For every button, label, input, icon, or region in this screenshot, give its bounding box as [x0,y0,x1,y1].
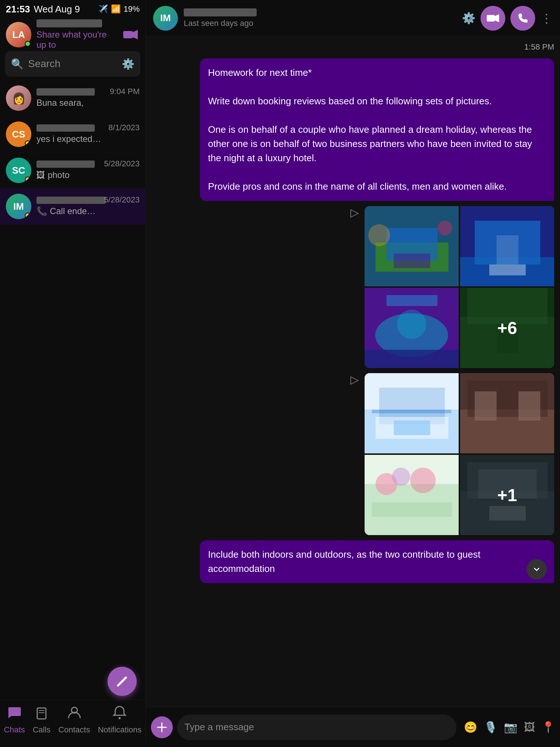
photo-grid-1[interactable]: +6 [365,206,554,368]
right-panel: IM Last seen days ago ⚙️ ⋮ 1:58 PM [146,0,560,747]
list-item[interactable]: SC 🖼 photo 5/28/2023 [0,152,145,189]
chat-info: 🖼 photo [36,160,99,180]
svg-point-13 [368,224,390,246]
scroll-down-button[interactable] [526,559,547,580]
more-photos-overlay-2: +1 [460,455,554,535]
svg-rect-18 [489,264,526,275]
photo-grid-row-2: ▷ [152,373,554,535]
svg-point-6 [118,717,121,719]
chat-info: 📞 Call ended · 1h 26m 4s [36,197,99,216]
forward-icon[interactable]: ▷ [350,206,359,219]
list-item[interactable]: CS yes i expected that one 🐻 8/1/2023 [0,116,145,152]
chat-header-actions: ⚙️ ⋮ [462,6,553,31]
svg-rect-12 [394,253,430,268]
svg-marker-1 [133,30,138,39]
svg-rect-19 [497,235,518,264]
notifications-label: Notifications [98,725,141,735]
avatar: CS [6,121,31,147]
message-input-field[interactable]: Type a message [177,715,456,740]
chat-time: 5/28/2023 [104,195,140,205]
camera-icon[interactable]: 📷 [504,721,517,734]
chat-time: 5/28/2023 [104,159,140,169]
photo-cell[interactable] [365,455,459,535]
video-call-button[interactable] [121,26,140,44]
chat-header-avatar: IM [153,6,178,31]
photo-cell[interactable] [365,288,459,368]
chat-preview: yes i expected that one 🐻 [36,134,103,144]
messages-area[interactable]: 1:58 PM Homework for next time* Write do… [146,36,560,707]
search-bar[interactable]: 🔍 Search ⚙️ [5,51,140,77]
contacts-icon [67,705,82,723]
photo-grid-row-1: ▷ [152,206,554,368]
svg-rect-3 [39,710,44,711]
more-options-icon[interactable]: ⋮ [540,11,553,26]
chat-preview: 📞 Call ended · 1h 26m 4s [36,206,99,216]
chat-preview: 🖼 photo [36,170,99,180]
profile-header: LA Share what you're up to [0,18,145,51]
nav-item-chats[interactable]: Chats [4,705,25,735]
photo-cell[interactable] [365,206,459,286]
unread-dot [25,177,31,182]
chat-time: 8/1/2023 [108,123,140,132]
filter-icon[interactable]: ⚙️ [122,58,135,70]
input-actions: 😊 🎙️ 📷 🖼 📍 [464,721,555,734]
nav-item-calls[interactable]: Calls [33,705,51,735]
forward-icon-2[interactable]: ▷ [350,373,359,386]
svg-point-44 [410,468,436,493]
chat-header: IM Last seen days ago ⚙️ ⋮ [146,0,560,36]
chat-list: 👩 Buna seara, 9:04 PM CS yes i expected … [0,80,145,700]
more-photos-overlay: +6 [460,288,554,368]
status-bar: 21:53 Wed Aug 9 ✈️ 📶 19% [0,0,145,18]
svg-rect-2 [37,708,46,719]
svg-rect-45 [372,502,452,517]
calls-icon [34,705,49,723]
photo-cell[interactable]: +6 [460,288,554,368]
svg-rect-0 [123,31,133,38]
list-item[interactable]: IM 📞 Call ended · 1h 26m 4s 5/28/2023 [0,189,145,225]
notifications-icon [112,705,127,723]
compose-fab[interactable] [108,667,137,696]
emoji-icon[interactable]: 😊 [464,721,477,734]
search-input[interactable]: Search [28,58,117,70]
message-bubble: Homework for next time* Write down booki… [200,58,554,201]
list-item[interactable]: 👩 Buna seara, 9:04 PM [0,80,145,116]
svg-rect-22 [365,350,459,368]
nav-item-notifications[interactable]: Notifications [98,705,141,735]
avatar: SC [6,158,31,183]
left-panel: 21:53 Wed Aug 9 ✈️ 📶 19% LA Share what y… [0,0,146,747]
photo-cell[interactable] [460,206,554,286]
add-attachment-button[interactable] [151,716,173,738]
svg-rect-4 [39,712,44,713]
chat-info: Buna seara, [36,88,105,108]
chat-name-blur [36,88,95,96]
more-count-2: +1 [497,485,517,505]
unread-dot [25,140,31,146]
nav-item-contacts[interactable]: Contacts [58,705,90,735]
photo-cell[interactable] [365,373,459,453]
airplane-icon: ✈️ [98,4,108,14]
svg-point-43 [392,468,410,486]
message-text: Homework for next time* Write down booki… [208,66,546,194]
microphone-icon[interactable]: 🎙️ [484,721,497,734]
unread-dot [25,213,31,218]
photo-cell[interactable] [460,373,554,453]
status-date: Wed Aug 9 [34,4,80,15]
voice-call-button[interactable] [510,6,535,31]
chat-info: yes i expected that one 🐻 [36,124,103,144]
settings-icon[interactable]: ⚙️ [462,12,475,24]
truncated-message-row: Include both indoors and outdoors, as th… [152,540,554,583]
chat-header-name [184,8,257,16]
chat-name-blur [36,124,95,132]
profile-name-blur [36,19,102,27]
bottom-nav: Chats Calls Contacts [0,700,145,747]
image-icon[interactable]: 🖼 [524,721,535,734]
photo-cell[interactable]: +1 [460,455,554,535]
svg-rect-38 [475,391,497,421]
avatar-la[interactable]: LA [6,22,31,47]
video-call-button[interactable] [481,6,505,31]
profile-status: Share what you're up to [36,30,116,50]
location-icon[interactable]: 📍 [541,721,555,734]
photo-grid-2[interactable]: +1 [365,373,554,535]
message-input-bar: Type a message 😊 🎙️ 📷 🖼 📍 [146,707,560,747]
chat-name-blur [36,197,106,204]
